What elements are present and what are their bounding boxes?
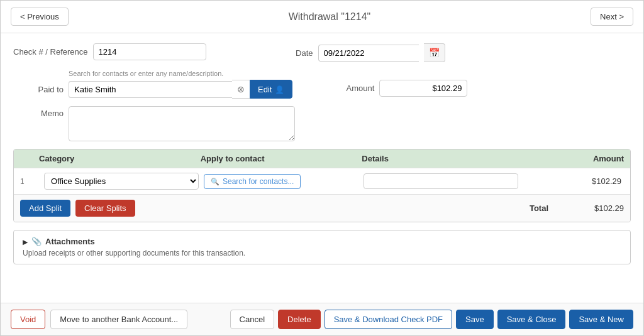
split-row: 1 Office Supplies Search for contacts...… [14,168,630,194]
clear-splits-button[interactable]: Clear Splits [75,200,135,217]
paperclip-icon [31,237,42,246]
paid-to-input[interactable] [69,81,232,98]
previous-button[interactable]: < Previous [11,8,69,26]
col-contact: Apply to contact [201,154,362,163]
splits-table-header: Category Apply to contact Details Amount [14,149,630,168]
total-amount: $102.29 [574,203,624,213]
save-button[interactable]: Save [456,310,494,329]
memo-row: Memo [13,106,631,141]
cancel-button[interactable]: Cancel [230,310,274,329]
void-button[interactable]: Void [11,310,45,329]
date-label: Date [263,48,313,58]
details-input[interactable] [364,173,518,189]
splits-total: Total $102.29 [530,203,624,213]
save-pdf-button[interactable]: Save & Download Check PDF [325,310,452,329]
split-contact-cell: Search for contacts... [204,174,358,189]
paid-to-label: Paid to [13,85,64,94]
total-label: Total [530,203,548,213]
splits-section: Category Apply to contact Details Amount… [13,149,631,222]
memo-input[interactable] [69,106,295,141]
attachments-section: Attachments Upload receipts or other sup… [13,230,631,264]
paid-to-clear-button[interactable]: ⊗ [232,80,250,99]
save-new-button[interactable]: Save & New [569,310,633,329]
amount-input[interactable] [379,80,467,97]
col-category: Category [39,154,201,163]
amount-group: Amount [324,80,467,97]
split-category-cell: Office Supplies [44,173,199,190]
calendar-button[interactable]: 📅 [424,43,445,62]
paidto-amount-row: Paid to ⊗ Edit Amount [13,80,631,99]
split-row-number: 1 [20,177,39,186]
footer: Void Move to another Bank Account... Can… [1,303,643,335]
date-group: Date 📅 [263,43,445,62]
splits-footer: Add Split Clear Splits Total $102.29 [14,194,630,222]
move-account-button[interactable]: Move to another Bank Account... [50,310,187,329]
window-header: < Previous Withdrawal "1214" Next > [1,1,643,33]
search-contacts-button[interactable]: Search for contacts... [204,174,301,189]
chevron-right-icon [23,237,28,246]
page-title: Withdrawal "1214" [289,11,371,23]
amount-label: Amount [324,84,374,93]
search-contacts-label: Search for contacts... [223,177,294,186]
check-ref-group: Check # / Reference [13,43,206,60]
memo-label: Memo [13,106,64,118]
date-input[interactable] [318,45,419,62]
memo-group: Memo [13,106,295,141]
attachments-title[interactable]: Attachments [23,237,621,246]
paid-to-group: Paid to ⊗ Edit [13,80,292,99]
delete-button[interactable]: Delete [278,310,321,329]
split-amount-cell: $102.29 [523,176,624,186]
attachments-description: Upload receipts or other supporting docu… [23,249,621,257]
splits-actions: Add Split Clear Splits [20,200,135,217]
col-amount: Amount [523,154,624,163]
col-num [20,154,39,163]
category-select[interactable]: Office Supplies [44,173,199,190]
col-details: Details [362,154,523,163]
footer-right-actions: Cancel Delete Save & Download Check PDF … [230,310,633,329]
check-date-row: Check # / Reference Date 📅 [13,43,631,62]
title-text: Withdrawal "1214" [289,11,371,22]
check-ref-label: Check # / Reference [13,47,88,57]
user-icon [275,85,284,94]
main-content: Check # / Reference Date 📅 Search for co… [1,33,643,303]
footer-left-actions: Void Move to another Bank Account... [11,310,187,329]
split-details-cell [364,173,518,189]
attachments-title-text: Attachments [45,237,95,246]
edit-label: Edit [258,85,272,94]
paid-to-edit-button[interactable]: Edit [250,80,292,99]
add-split-button[interactable]: Add Split [20,200,70,217]
paid-to-hint: Search for contacts or enter any name/de… [69,70,631,77]
next-button[interactable]: Next > [591,8,633,26]
paid-to-container: ⊗ Edit [69,80,292,99]
save-close-button[interactable]: Save & Close [497,310,566,329]
check-ref-input[interactable] [93,43,206,60]
search-icon [211,177,219,186]
